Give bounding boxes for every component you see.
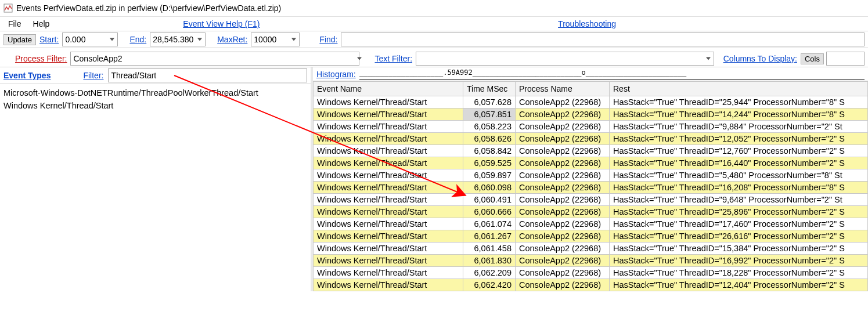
cell-time[interactable]: 6,061.830 [463,255,516,267]
event-types-filter-input[interactable] [108,68,307,82]
cell-process[interactable]: ConsoleApp2 (22968) [516,133,610,145]
cell-time[interactable]: 6,058.626 [463,133,516,145]
cell-event[interactable]: Windows Kernel/Thread/Start [314,206,463,218]
table-row[interactable]: Windows Kernel/Thread/Start6,062.420Cons… [314,279,868,291]
cell-time[interactable]: 6,062.209 [463,267,516,279]
cell-rest[interactable]: HasStack="True" ThreadID="16,992" Proces… [610,255,868,267]
cell-process[interactable]: ConsoleApp2 (22968) [516,121,610,133]
table-row[interactable]: Windows Kernel/Thread/Start6,058.223Cons… [314,121,868,133]
col-header-process[interactable]: Process Name [516,82,610,96]
cell-rest[interactable]: HasStack="True" ThreadID="5,480" Process… [610,169,868,182]
cell-event[interactable]: Windows Kernel/Thread/Start [314,169,463,182]
cell-event[interactable]: Windows Kernel/Thread/Start [314,109,463,121]
cell-process[interactable]: ConsoleApp2 (22968) [516,255,610,267]
cell-time[interactable]: 6,062.420 [463,279,516,291]
cell-rest[interactable]: HasStack="True" ThreadID="12,052" Proces… [610,133,868,145]
cell-event[interactable]: Windows Kernel/Thread/Start [314,121,463,133]
text-filter-input[interactable] [416,52,714,66]
process-filter-label[interactable]: Process Filter: [14,54,68,63]
update-button[interactable]: Update [3,34,36,45]
cell-event[interactable]: Windows Kernel/Thread/Start [314,243,463,255]
table-row[interactable]: Windows Kernel/Thread/Start6,057.628Cons… [314,96,868,109]
cell-process[interactable]: ConsoleApp2 (22968) [516,157,610,169]
cell-time[interactable]: 6,060.098 [463,182,516,194]
cell-time[interactable]: 6,059.897 [463,169,516,182]
cell-time[interactable]: 6,061.458 [463,243,516,255]
cell-rest[interactable]: HasStack="True" ThreadID="26,616" Proces… [610,230,868,243]
end-input[interactable] [150,32,206,46]
cell-process[interactable]: ConsoleApp2 (22968) [516,267,610,279]
menu-help[interactable]: Help [27,18,56,30]
cell-time[interactable]: 6,060.491 [463,194,516,206]
table-row[interactable]: Windows Kernel/Thread/Start6,061.458Cons… [314,243,868,255]
cell-time[interactable]: 6,057.628 [463,96,516,109]
cell-process[interactable]: ConsoleApp2 (22968) [516,109,610,121]
cell-time[interactable]: 6,061.267 [463,230,516,243]
cell-rest[interactable]: HasStack="True" ThreadID="9,648" Process… [610,194,868,206]
text-filter-label[interactable]: Text Filter: [373,54,413,63]
event-types-filter-label[interactable]: Filter: [83,71,103,80]
col-header-rest[interactable]: Rest [610,82,868,96]
cell-process[interactable]: ConsoleApp2 (22968) [516,230,610,243]
cell-time[interactable]: 6,059.525 [463,157,516,169]
cell-rest[interactable]: HasStack="True" ThreadID="12,404" Proces… [610,279,868,291]
cell-event[interactable]: Windows Kernel/Thread/Start [314,157,463,169]
maxret-label[interactable]: MaxRet: [216,35,248,44]
cell-rest[interactable]: HasStack="True" ThreadID="16,440" Proces… [610,157,868,169]
cell-process[interactable]: ConsoleApp2 (22968) [516,218,610,230]
start-input[interactable] [62,32,118,46]
cell-process[interactable]: ConsoleApp2 (22968) [516,96,610,109]
cell-event[interactable]: Windows Kernel/Thread/Start [314,133,463,145]
start-label[interactable]: Start: [38,35,60,44]
histogram-box[interactable]: ____________________.59A992_____________… [359,68,865,79]
find-label[interactable]: Find: [318,35,338,44]
table-row[interactable]: Windows Kernel/Thread/Start6,061.267Cons… [314,230,868,243]
table-row[interactable]: Windows Kernel/Thread/Start6,059.897Cons… [314,169,868,182]
table-row[interactable]: Windows Kernel/Thread/Start6,058.842Cons… [314,145,868,157]
table-row[interactable]: Windows Kernel/Thread/Start6,060.098Cons… [314,182,868,194]
cell-event[interactable]: Windows Kernel/Thread/Start [314,96,463,109]
cell-process[interactable]: ConsoleApp2 (22968) [516,169,610,182]
cell-rest[interactable]: HasStack="True" ThreadID="25,896" Proces… [610,206,868,218]
cell-rest[interactable]: HasStack="True" ThreadID="9,884" Process… [610,121,868,133]
cell-rest[interactable]: HasStack="True" ThreadID="15,384" Proces… [610,243,868,255]
cell-process[interactable]: ConsoleApp2 (22968) [516,206,610,218]
cell-time[interactable]: 6,057.851 [463,109,516,121]
cell-rest[interactable]: HasStack="True" ThreadID="25,944" Proces… [610,96,868,109]
table-row[interactable]: Windows Kernel/Thread/Start6,060.666Cons… [314,206,868,218]
cell-rest[interactable]: HasStack="True" ThreadID="17,460" Proces… [610,218,868,230]
event-type-item[interactable]: Windows Kernel/Thread/Start [3,99,307,112]
cell-event[interactable]: Windows Kernel/Thread/Start [314,230,463,243]
columns-to-display-label[interactable]: Columns To Display: [722,54,798,63]
events-grid[interactable]: Event Name Time MSec Process Name Rest W… [313,81,868,291]
maxret-input[interactable] [251,32,300,46]
cell-rest[interactable]: HasStack="True" ThreadID="16,208" Proces… [610,182,868,194]
cell-time[interactable]: 6,060.666 [463,206,516,218]
cell-event[interactable]: Windows Kernel/Thread/Start [314,194,463,206]
menu-file[interactable]: File [2,18,27,30]
cols-input[interactable] [826,52,865,66]
col-header-event[interactable]: Event Name [314,82,463,96]
histogram-label[interactable]: Histogram: [316,70,356,79]
cell-event[interactable]: Windows Kernel/Thread/Start [314,182,463,194]
table-row[interactable]: Windows Kernel/Thread/Start6,061.074Cons… [314,218,868,230]
cell-process[interactable]: ConsoleApp2 (22968) [516,182,610,194]
cell-process[interactable]: ConsoleApp2 (22968) [516,243,610,255]
table-row[interactable]: Windows Kernel/Thread/Start6,058.626Cons… [314,133,868,145]
cell-event[interactable]: Windows Kernel/Thread/Start [314,267,463,279]
table-row[interactable]: Windows Kernel/Thread/Start6,061.830Cons… [314,255,868,267]
link-event-view-help[interactable]: Event View Help (F1) [177,18,265,30]
find-input[interactable] [341,32,865,46]
table-row[interactable]: Windows Kernel/Thread/Start6,057.851Cons… [314,109,868,121]
cell-time[interactable]: 6,058.842 [463,145,516,157]
cell-rest[interactable]: HasStack="True" ThreadID="18,228" Proces… [610,267,868,279]
table-row[interactable]: Windows Kernel/Thread/Start6,062.209Cons… [314,267,868,279]
cell-time[interactable]: 6,058.223 [463,121,516,133]
cell-process[interactable]: ConsoleApp2 (22968) [516,194,610,206]
event-types-title[interactable]: Event Types [3,71,51,80]
table-row[interactable]: Windows Kernel/Thread/Start6,060.491Cons… [314,194,868,206]
cell-time[interactable]: 6,061.074 [463,218,516,230]
cell-event[interactable]: Windows Kernel/Thread/Start [314,218,463,230]
table-row[interactable]: Windows Kernel/Thread/Start6,059.525Cons… [314,157,868,169]
col-header-time[interactable]: Time MSec [463,82,516,96]
